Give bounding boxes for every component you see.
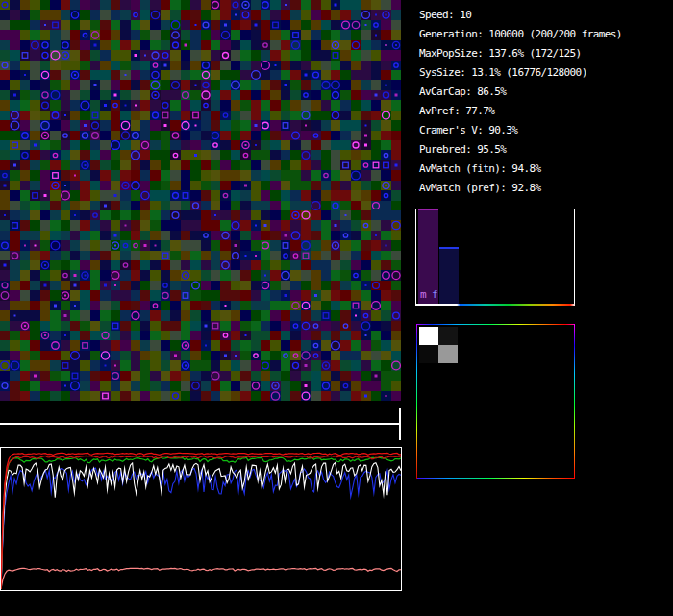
stat-line: SysSize: 13.1% (16776/128000) bbox=[419, 63, 671, 83]
matrix-cell bbox=[419, 345, 438, 363]
hue-axis-bar-panel bbox=[415, 304, 575, 306]
stat-line: Purebred: 95.5% bbox=[419, 140, 671, 160]
sex-bar-panel: m f bbox=[415, 209, 575, 304]
timeline-marker bbox=[399, 408, 401, 440]
stat-line: Generation: 100000 (200/200 frames) bbox=[419, 25, 671, 44]
hue-axis-right bbox=[574, 324, 575, 479]
world-grid-canvas bbox=[0, 0, 401, 401]
matrix-cell bbox=[438, 345, 458, 363]
stat-line: AvCarCap: 86.5% bbox=[419, 83, 671, 102]
bar-label-male: m bbox=[420, 288, 427, 301]
hue-axis-left bbox=[416, 324, 417, 479]
hue-axis-top bbox=[416, 324, 575, 325]
stat-line: AvMatch (fitn): 94.8% bbox=[419, 160, 671, 179]
history-chart-frame bbox=[0, 447, 402, 591]
stat-line: Speed: 10 bbox=[419, 6, 671, 25]
stat-line: AvMatch (pref): 92.8% bbox=[419, 179, 671, 198]
matrix-cell bbox=[438, 327, 458, 345]
mating-matrix-panel bbox=[416, 324, 575, 479]
hue-axis-bottom bbox=[416, 478, 575, 479]
bar-female-fill bbox=[439, 249, 459, 304]
history-chart-canvas bbox=[1, 448, 401, 590]
bar-female bbox=[439, 247, 459, 304]
matrix-cell bbox=[419, 327, 438, 345]
stats-panel: Speed: 10Generation: 100000 (200/200 fra… bbox=[419, 6, 671, 198]
stat-line: Cramer's V: 90.3% bbox=[419, 121, 671, 140]
bar-label-female: f bbox=[432, 288, 438, 301]
stat-line: MaxPopSize: 137.6% (172/125) bbox=[419, 44, 671, 63]
timeline-axis bbox=[0, 423, 401, 425]
stat-line: AvPref: 77.7% bbox=[419, 102, 671, 121]
